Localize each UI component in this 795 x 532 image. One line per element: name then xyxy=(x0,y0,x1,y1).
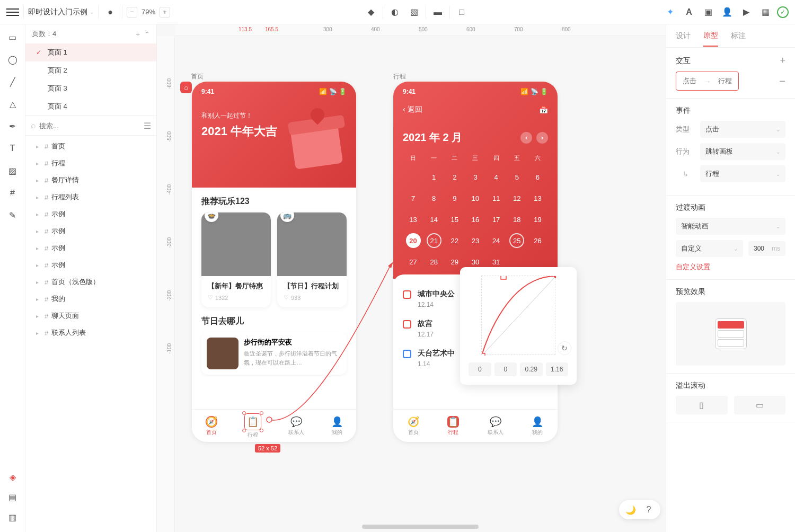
triangle-tool-icon[interactable]: △ xyxy=(6,97,19,110)
tab-design[interactable]: 设计 xyxy=(676,31,691,46)
layer-item[interactable]: ▸#示例 xyxy=(25,240,156,256)
svg-rect-2 xyxy=(482,353,485,356)
layers-panel-icon[interactable]: ◈ xyxy=(6,471,19,483)
layer-item[interactable]: ▸#行程列表 xyxy=(25,189,156,206)
bezier-y2-input[interactable]: 1.16 xyxy=(546,362,569,376)
hamburger-menu[interactable] xyxy=(6,6,19,19)
tab-annotate[interactable]: 标注 xyxy=(731,31,746,46)
page-item-1[interactable]: ✓页面 1 xyxy=(25,43,156,61)
document-name[interactable]: 即时设计入门示例 ⌄ xyxy=(28,7,94,17)
card-restaurant[interactable]: 🍲 【新年】餐厅特惠 ♡1322 xyxy=(201,212,271,307)
signal-icon: 📶 📡 🔋 xyxy=(319,88,347,95)
artboard-label[interactable]: 首页 xyxy=(191,72,204,81)
add-interaction-button[interactable]: + xyxy=(780,55,785,66)
artboard-label[interactable]: 行程 xyxy=(393,72,406,81)
tab-contacts[interactable]: 💬联系人 xyxy=(488,416,504,436)
event-type-select[interactable]: 点击⌄ xyxy=(700,121,785,138)
chat-icon[interactable]: ● xyxy=(103,5,118,20)
section-title: 推荐玩乐123 xyxy=(192,188,356,212)
topbar: 即时设计入门示例 ⌄ ● − 79% + ◆ ◐ ▧ ▬ □ ✦ A ▣ 👤 ▶… xyxy=(0,0,795,24)
tab-mine[interactable]: 👤我的 xyxy=(331,416,343,436)
text-icon[interactable]: A xyxy=(682,5,696,20)
diamond-icon[interactable]: ◆ xyxy=(364,5,378,20)
tab-home[interactable]: 🧭首页 xyxy=(206,416,217,436)
layer-item[interactable]: ▸#餐厅详情 xyxy=(25,172,156,189)
scroll-vertical-button[interactable]: ▯ xyxy=(676,396,728,414)
calendar-icon[interactable]: 📅 xyxy=(539,105,548,114)
eyedropper-tool-icon[interactable]: ✎ xyxy=(6,209,19,221)
layer-item[interactable]: ▸#示例 xyxy=(25,206,156,223)
image-icon[interactable]: ▧ xyxy=(407,5,421,20)
layer-item[interactable]: ▸#行程 xyxy=(25,155,156,172)
tab-home[interactable]: 🧭首页 xyxy=(408,416,419,436)
assets-panel-icon[interactable]: ▤ xyxy=(6,491,19,503)
reset-bezier-button[interactable]: ↻ xyxy=(558,341,571,355)
scroll-horizontal-button[interactable]: ▭ xyxy=(734,396,786,414)
bezier-editor-popup[interactable]: ↻ 0 0 0.29 1.16 xyxy=(460,267,577,385)
layer-item[interactable]: ▸#首页 xyxy=(25,138,156,155)
tab-prototype[interactable]: 原型 xyxy=(703,31,718,47)
bezier-x2-input[interactable]: 0.29 xyxy=(520,362,543,376)
zoom-in-button[interactable]: + xyxy=(160,7,170,17)
circle-tool-icon[interactable]: ◯ xyxy=(6,53,19,66)
back-button[interactable]: ‹ 返回 xyxy=(403,105,422,114)
pen-tool-icon[interactable]: ✒ xyxy=(6,120,19,132)
contrast-icon[interactable]: ◐ xyxy=(387,5,402,20)
animation-select[interactable]: 智能动画⌄ xyxy=(676,218,785,235)
bezier-x1-input[interactable]: 0 xyxy=(469,362,491,376)
easing-select[interactable]: 自定义⌄ xyxy=(676,240,743,257)
square-icon[interactable]: □ xyxy=(454,5,469,20)
layer-item[interactable]: ▸#聊天页面 xyxy=(25,307,156,324)
bezier-y1-input[interactable]: 0 xyxy=(494,362,517,376)
custom-settings-link[interactable]: 自定义设置 xyxy=(676,262,785,272)
canvas[interactable]: 113.5 165.5 300 400 500 600 700 800 -600… xyxy=(157,24,666,532)
layer-item[interactable]: ▸#示例 xyxy=(25,223,156,240)
behavior-select[interactable]: 跳转画板⌄ xyxy=(700,143,785,160)
artboard-trip[interactable]: 9:41📶 📡 🔋 ‹ 返回 📅 2021 年 2 月 ‹› 日一二三四五六 1… xyxy=(393,82,558,442)
layers-icon[interactable]: ▬ xyxy=(430,5,445,20)
layer-item[interactable]: ▸#我的 xyxy=(25,290,156,307)
duration-input[interactable]: 300ms xyxy=(748,241,785,256)
page-item-4[interactable]: 页面 4 xyxy=(25,97,156,116)
tabbar: 🧭首页 📋行程 💬联系人 👤我的 xyxy=(393,409,558,442)
target-select[interactable]: 行程⌄ xyxy=(700,165,785,182)
image-tool-icon[interactable]: ▨ xyxy=(6,164,19,177)
interaction-item[interactable]: 点击 → 行程 xyxy=(676,72,739,91)
bezier-graph[interactable] xyxy=(481,276,555,355)
filter-icon[interactable]: ☰ xyxy=(144,121,151,131)
prev-month-button[interactable]: ‹ xyxy=(520,132,532,144)
page-item-2[interactable]: 页面 2 xyxy=(25,61,156,79)
remove-interaction-button[interactable]: − xyxy=(779,75,785,87)
tab-mine[interactable]: 👤我的 xyxy=(532,416,543,436)
play-icon[interactable]: ▶ xyxy=(739,5,754,20)
zoom-out-button[interactable]: − xyxy=(127,7,137,17)
layer-item[interactable]: ▸#首页（浅色版） xyxy=(25,273,156,290)
tab-trips[interactable]: 📋行程 xyxy=(447,416,459,436)
card-trip[interactable]: 🚌 【节日】行程计划 ♡933 xyxy=(277,212,347,307)
horizontal-scrollbar[interactable] xyxy=(362,525,479,529)
artboard-home[interactable]: 9:41📶 📡 🔋 和别人一起过节！ 2021 牛年大吉 推荐玩乐123 🍲 【… xyxy=(192,82,356,442)
text-tool-icon[interactable]: T xyxy=(6,142,19,155)
line-tool-icon[interactable]: ╱ xyxy=(6,75,19,88)
magic-icon[interactable]: ✦ xyxy=(662,5,677,20)
dark-mode-icon[interactable]: 🌙 xyxy=(624,503,637,516)
list-item[interactable]: 步行街的平安夜 临近圣诞节，步行街洋溢着节日的气氛，现在可以在路上… xyxy=(201,332,347,375)
page-item-3[interactable]: 页面 3 xyxy=(25,79,156,97)
check-circle-icon[interactable]: ✓ xyxy=(777,6,789,18)
frame-tool-icon[interactable]: # xyxy=(6,187,19,199)
search-input[interactable] xyxy=(39,122,140,130)
layout-icon[interactable]: ▦ xyxy=(758,5,773,20)
layer-item[interactable]: ▸#示例 xyxy=(25,256,156,273)
tab-contacts[interactable]: 💬联系人 xyxy=(288,416,304,436)
next-month-button[interactable]: › xyxy=(536,132,548,144)
collapse-pages-button[interactable]: ⌃ xyxy=(144,30,150,38)
add-page-button[interactable]: + xyxy=(136,30,140,38)
help-icon[interactable]: ? xyxy=(642,503,655,516)
layer-item[interactable]: ▸#联系人列表 xyxy=(25,324,156,341)
user-icon[interactable]: 👤 xyxy=(720,5,735,20)
book-icon[interactable]: ▥ xyxy=(6,511,19,524)
tab-trips[interactable]: 📋 行程 xyxy=(244,413,261,439)
rectangle-tool-icon[interactable]: ▭ xyxy=(6,31,19,43)
calendar-grid[interactable]: 123456 78910111213 13141516171819 202122… xyxy=(403,170,548,269)
component-icon[interactable]: ▣ xyxy=(701,5,716,20)
